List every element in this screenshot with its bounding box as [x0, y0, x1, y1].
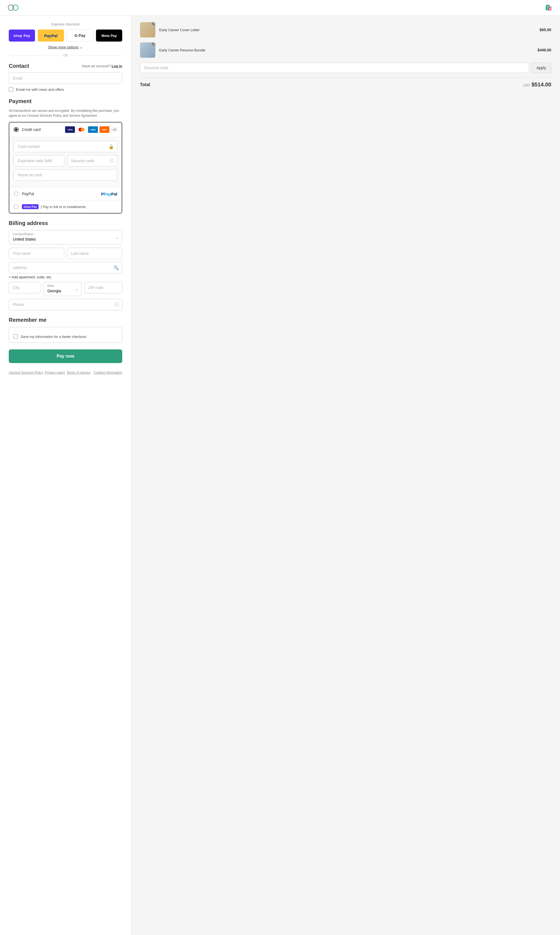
paypal-logo: PPayPal: [101, 192, 117, 196]
pay-now-button[interactable]: Pay now: [9, 349, 122, 363]
last-name-input[interactable]: [67, 248, 123, 259]
name-row: [9, 248, 122, 259]
item-name-2: Early Career Resume Bundle: [159, 48, 534, 52]
paypal-express-button[interactable]: PayPal: [38, 29, 64, 42]
privacy-policy-link[interactable]: Privacy policy: [45, 371, 65, 375]
card-icons: VISA AMEX DISC +4: [65, 126, 117, 133]
email-field-wrapper: [9, 72, 122, 84]
express-checkout-section: Express checkout shop Pay PayPal G Pay M…: [9, 22, 122, 57]
state-select[interactable]: Georgia: [43, 282, 81, 296]
discount-code-input[interactable]: [140, 63, 529, 73]
order-item-1: 1 Early Career Cover Letter $65.00: [140, 22, 551, 37]
country-wrapper: Country/Region United States ⌄: [9, 230, 122, 245]
express-checkout-label: Express checkout: [9, 22, 122, 26]
order-summary-panel: 1 Early Career Cover Letter $65.00 1 Ear…: [131, 15, 560, 935]
payment-section: Payment All transactions are secure and …: [9, 98, 122, 214]
zip-input[interactable]: [84, 282, 122, 293]
card-number-wrapper: 🔒: [14, 141, 117, 152]
top-bar: 🛍️: [0, 0, 560, 15]
save-info-label: Save my information for a faster checkou…: [20, 335, 86, 339]
contact-information-link[interactable]: Contact information: [94, 371, 122, 375]
security-wrapper: ⓘ: [67, 155, 118, 166]
terms-of-service-link[interactable]: Terms of service: [66, 371, 90, 375]
shop-pay-option[interactable]: shop Pay | Pay in full or in installment…: [9, 200, 122, 213]
add-apartment-link[interactable]: + Add apartment, suite, etc.: [9, 275, 122, 279]
billing-title: Billing address: [9, 220, 122, 226]
credit-card-option[interactable]: Credit card VISA AMEX DISC +4: [9, 123, 122, 137]
paypal-label: PayPal: [22, 192, 98, 196]
shop-pay-badge: shop Pay: [22, 204, 38, 209]
remember-box: Save my information for a faster checkou…: [9, 327, 122, 343]
zip-wrapper: [84, 282, 122, 296]
total-amount-group: USD $514.00: [523, 82, 551, 88]
item-thumb-2: 1: [140, 42, 155, 58]
country-label: Country/Region: [12, 232, 33, 236]
apply-discount-button[interactable]: Apply: [531, 63, 551, 73]
help-icon: ⓘ: [110, 158, 114, 164]
item-price-2: $449.00: [537, 48, 551, 52]
log-in-link[interactable]: Log in: [112, 64, 122, 68]
card-expiry-security-row: ⓘ: [14, 155, 117, 169]
payment-options-container: Credit card VISA AMEX DISC +4: [9, 122, 122, 214]
show-more-options[interactable]: Show more options ⌄: [9, 45, 122, 49]
remember-title: Remember me: [9, 317, 122, 323]
search-icon: 🔍: [114, 265, 119, 271]
shop-pay-radio[interactable]: [14, 204, 18, 209]
amex-icon: AMEX: [88, 126, 98, 133]
paypal-option[interactable]: PayPal PPayPal: [9, 188, 122, 200]
mastercard-icon: [77, 126, 86, 133]
card-number-input[interactable]: [14, 141, 117, 152]
contact-header: Contact Have an account? Log in: [9, 63, 122, 69]
address-input[interactable]: [9, 262, 122, 274]
discount-row: Apply: [140, 63, 551, 73]
logo-icon: [8, 4, 18, 11]
shop-pay-button[interactable]: shop Pay: [9, 29, 35, 42]
name-on-card-wrapper: [14, 169, 117, 181]
item-details-1: Early Career Cover Letter: [159, 28, 536, 32]
email-news-row: Email me with news and offers: [9, 87, 122, 92]
total-amount: $514.00: [532, 82, 551, 88]
save-info-row: Save my information for a faster checkou…: [14, 334, 118, 339]
unused-services-policy-link[interactable]: Unused Services Policy: [9, 371, 43, 375]
cart-button[interactable]: 🛍️: [545, 4, 552, 11]
shop-pay-suffix: | Pay in full or in installments: [41, 205, 86, 209]
phone-help-icon: ⓘ: [115, 302, 119, 308]
city-state-zip-row: State Georgia ⌄: [9, 282, 122, 296]
item-price-1: $65.00: [540, 28, 551, 32]
total-label: Total: [140, 82, 150, 87]
city-input[interactable]: [9, 282, 40, 293]
total-currency: USD: [523, 83, 530, 87]
remember-section: Remember me Save my information for a fa…: [9, 317, 122, 343]
billing-section: Billing address Country/Region United St…: [9, 220, 122, 310]
first-name-input[interactable]: [9, 248, 64, 259]
or-divider: OR: [9, 54, 122, 57]
credit-card-label: Credit card: [22, 128, 62, 132]
save-info-checkbox[interactable]: [14, 334, 18, 339]
credit-card-radio[interactable]: [14, 127, 18, 132]
card-form: 🔒 ⓘ: [9, 137, 122, 188]
item-thumb-1: 1: [140, 22, 155, 37]
state-wrapper: State Georgia ⌄: [43, 282, 81, 296]
checkout-footer: Unused Services Policy Privacy policy Te…: [9, 371, 122, 375]
expiry-input[interactable]: [14, 155, 64, 166]
contact-section: Contact Have an account? Log in Email me…: [9, 63, 122, 92]
discover-icon: DISC: [100, 126, 109, 133]
visa-icon: VISA: [65, 126, 75, 133]
logo: [8, 4, 18, 11]
expiry-wrapper: [14, 155, 64, 166]
gpay-button[interactable]: G Pay: [67, 29, 94, 42]
email-news-checkbox[interactable]: [9, 87, 13, 92]
name-on-card-input[interactable]: [14, 169, 117, 181]
more-cards-badge: +4: [111, 128, 117, 132]
lock-icon: 🔒: [109, 144, 114, 149]
phone-wrapper: ⓘ: [9, 299, 122, 310]
order-item-2: 1 Early Career Resume Bundle $449.00: [140, 42, 551, 58]
phone-input[interactable]: [9, 299, 122, 310]
item-details-2: Early Career Resume Bundle: [159, 48, 534, 52]
email-input[interactable]: [9, 72, 122, 84]
paypal-radio[interactable]: [14, 191, 18, 196]
meta-pay-button[interactable]: Meta Pay: [96, 29, 122, 42]
contact-title: Contact: [9, 63, 29, 69]
payment-title: Payment: [9, 98, 122, 105]
city-wrapper: [9, 282, 40, 296]
